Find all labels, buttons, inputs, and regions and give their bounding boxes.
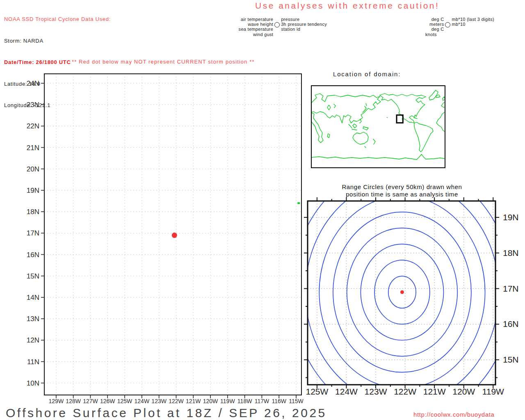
world-map-coastlines bbox=[311, 90, 445, 160]
buoydata-page: NOAA SSD Tropical Cyclone Data Used: Sto… bbox=[0, 0, 525, 420]
y-tick-label: 17N bbox=[503, 284, 519, 293]
range-rings-group bbox=[278, 148, 525, 420]
y-tick-label: 19N bbox=[503, 212, 519, 222]
plot-main-title: Offshore Surface Plot at 18Z / SEP 26, 2… bbox=[6, 406, 327, 420]
y-tick-label: 16N bbox=[503, 319, 519, 329]
site-url-link[interactable]: http://coolwx.com/buoydata bbox=[413, 411, 494, 418]
y-tick-label: 18N bbox=[503, 248, 519, 258]
range-circles-plot: 125W124W123W122W121W120W119W15N16N17N18N… bbox=[0, 0, 525, 420]
range-circle-450km bbox=[278, 148, 525, 420]
y-tick-label: 15N bbox=[503, 355, 519, 364]
storm-position-dot bbox=[400, 290, 404, 294]
domain-location-map bbox=[311, 85, 445, 168]
